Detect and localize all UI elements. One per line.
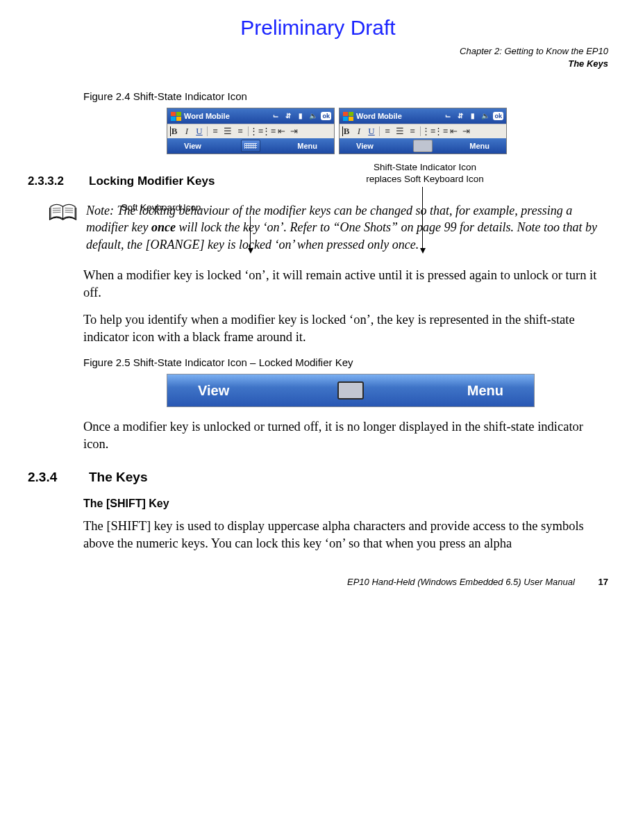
paragraph-1: When a modifier key is locked ‘on’, it w… <box>83 267 608 302</box>
align-left-icon[interactable]: ≡ <box>382 126 393 137</box>
section-title: Locking Modifier Keys <box>89 174 215 188</box>
section-title: The Keys <box>89 470 147 484</box>
annotation-shift-state-l1: Shift-State Indicator Icon <box>355 162 494 174</box>
shift-state-indicator-icon[interactable] <box>413 140 433 152</box>
underline-button[interactable]: U <box>366 126 377 137</box>
speaker-icon: 🔈 <box>308 111 318 121</box>
format-toolbar: B I U ≡ ☰ ≡ ⋮≡ ⋮≡ ⇤ ⇥ <box>167 124 334 138</box>
menu-menu[interactable]: Menu <box>469 141 489 151</box>
indent-icon[interactable]: ⇥ <box>288 126 299 137</box>
shift-key-paragraph: The [SHIFT] key is used to display upper… <box>83 518 608 552</box>
word-mobile-screenshot-right: Word Mobile ⌙ ⇵ ▮ 🔈 ok B I U ≡ ☰ ≡ ⋮≡ <box>339 108 507 154</box>
section-line: The Keys <box>28 58 608 70</box>
figure-2-4-screenshots: Word Mobile ⌙ ⇵ ▮ 🔈 ok B I U ≡ ☰ ≡ ⋮≡ <box>167 108 608 154</box>
bullets-icon[interactable]: ⋮≡ <box>423 126 434 137</box>
section-2-3-3-2-heading: 2.3.3.2Locking Modifier Keys <box>28 174 608 190</box>
menubar: View Menu <box>167 138 334 154</box>
windows-flag-icon <box>170 111 181 121</box>
annotation-arrowhead-right <box>420 248 426 254</box>
outdent-icon[interactable]: ⇤ <box>448 126 459 137</box>
annotation-soft-keyboard: Soft Keyboard Icon <box>64 202 258 214</box>
menu-menu[interactable]: Menu <box>467 381 503 400</box>
app-title: Word Mobile <box>356 111 402 122</box>
underline-button[interactable]: U <box>194 126 205 137</box>
signal-icon: ▮ <box>296 111 306 121</box>
page-footer: EP10 Hand-Held (Windows Embedded 6.5) Us… <box>28 576 608 588</box>
align-center-icon[interactable]: ☰ <box>222 126 233 137</box>
section-number: 2.3.4 <box>28 468 89 486</box>
section-number: 2.3.3.2 <box>28 174 89 190</box>
annotation-arrow-right <box>422 187 423 249</box>
align-center-icon[interactable]: ☰ <box>394 126 405 137</box>
text-cursor <box>170 126 171 136</box>
running-header: Chapter 2: Getting to Know the EP10 The … <box>28 45 608 70</box>
preliminary-draft-heading: Preliminary Draft <box>28 14 608 42</box>
sync-icon: ⇵ <box>283 111 293 121</box>
view-menu[interactable]: View <box>184 141 201 151</box>
bullets-icon[interactable]: ⋮≡ <box>251 126 262 137</box>
align-left-icon[interactable]: ≡ <box>210 126 221 137</box>
annotation-arrow-left <box>250 216 251 249</box>
paragraph-2: To help you identify when a modifier key… <box>83 311 608 346</box>
figure-2-4-caption: Figure 2.4 Shift-State Indicator Icon <box>83 90 608 104</box>
key-icon: ⌙ <box>271 111 281 121</box>
italic-button[interactable]: I <box>181 126 192 137</box>
view-menu[interactable]: View <box>198 381 229 400</box>
speaker-icon: 🔈 <box>480 111 490 121</box>
italic-button[interactable]: I <box>353 126 365 137</box>
key-icon: ⌙ <box>443 111 453 121</box>
menu-menu[interactable]: Menu <box>297 141 317 151</box>
indent-icon[interactable]: ⇥ <box>460 126 471 137</box>
titlebar: Word Mobile ⌙ ⇵ ▮ 🔈 ok <box>167 108 334 124</box>
ok-button[interactable]: ok <box>493 112 503 120</box>
figure-2-5-image: View Menu <box>167 374 608 407</box>
menubar-locked: View Menu <box>167 374 535 407</box>
shift-state-indicator-locked-icon[interactable] <box>337 381 364 400</box>
shift-key-heading: The [SHIFT] Key <box>83 496 608 511</box>
soft-keyboard-icon[interactable] <box>241 140 260 152</box>
chapter-line: Chapter 2: Getting to Know the EP10 <box>28 45 608 58</box>
page-number: 17 <box>599 577 608 587</box>
ok-button[interactable]: ok <box>321 112 331 120</box>
outdent-icon[interactable]: ⇤ <box>276 126 287 137</box>
windows-flag-icon <box>342 111 353 121</box>
annotation-shift-state: Shift-State Indicator Icon replaces Soft… <box>355 162 494 186</box>
sync-icon: ⇵ <box>455 111 465 121</box>
text-cursor <box>342 126 343 136</box>
menubar: View Menu <box>340 138 506 154</box>
annotation-shift-state-l2: replaces Soft Keyboard Icon <box>355 174 494 186</box>
numbering-icon[interactable]: ⋮≡ <box>435 126 446 137</box>
align-right-icon[interactable]: ≡ <box>235 126 246 137</box>
titlebar: Word Mobile ⌙ ⇵ ▮ 🔈 ok <box>340 108 506 124</box>
signal-icon: ▮ <box>468 111 478 121</box>
figure-2-5-caption: Figure 2.5 Shift-State Indicator Icon – … <box>83 356 608 370</box>
align-right-icon[interactable]: ≡ <box>407 126 418 137</box>
format-toolbar: B I U ≡ ☰ ≡ ⋮≡ ⋮≡ ⇤ ⇥ <box>340 124 506 138</box>
annotation-arrowhead-left <box>248 248 253 254</box>
paragraph-3: Once a modifier key is unlocked or turne… <box>83 418 608 453</box>
app-title: Word Mobile <box>184 111 230 122</box>
manual-title: EP10 Hand-Held (Windows Embedded 6.5) Us… <box>347 577 575 587</box>
numbering-icon[interactable]: ⋮≡ <box>263 126 274 137</box>
section-2-3-4-heading: 2.3.4The Keys <box>28 468 608 486</box>
view-menu[interactable]: View <box>356 141 374 151</box>
note-bold: once <box>151 220 176 234</box>
word-mobile-screenshot-left: Word Mobile ⌙ ⇵ ▮ 🔈 ok B I U ≡ ☰ ≡ ⋮≡ <box>167 108 335 154</box>
